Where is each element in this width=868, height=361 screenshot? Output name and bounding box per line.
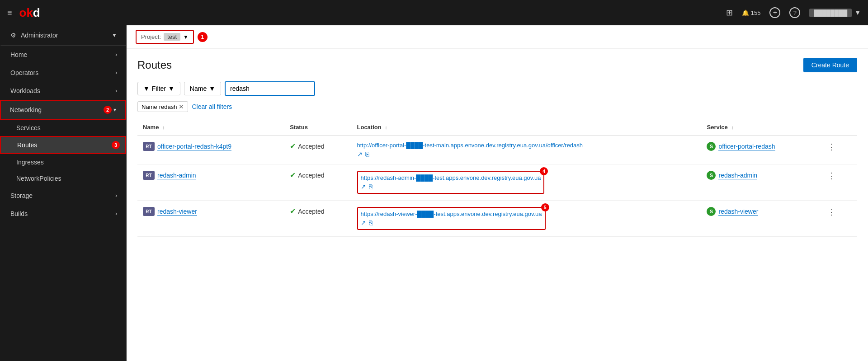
networking-caret-icon: ▾ <box>113 107 116 113</box>
sidebar-admin-selector[interactable]: ⚙ Administrator ▼ <box>0 25 126 46</box>
sort-location-icon: ↕ <box>385 125 387 130</box>
remove-filter-icon[interactable]: ✕ <box>179 103 184 110</box>
help-icon[interactable]: ? <box>789 7 800 18</box>
sidebar-subitem-ingresses[interactable]: Ingresses <box>0 154 126 170</box>
status-label-3: Accepted <box>298 208 324 215</box>
sidebar-subitem-services[interactable]: Services <box>0 120 126 136</box>
row1-name-cell: RT officer-portal-redash-k4pt9 <box>137 136 284 164</box>
service-link-3[interactable]: redash-viewer <box>718 208 758 216</box>
col-name[interactable]: Name ↕ <box>137 119 284 136</box>
status-accepted-2: ✔ Accepted <box>290 171 346 179</box>
copy-icon-2[interactable]: ⎘ <box>369 183 373 190</box>
external-link-icon-2[interactable]: ↗ <box>361 183 366 190</box>
sort-name-icon: ↕ <box>162 125 165 130</box>
location-url-1: http://officer-portal-████-test-main.app… <box>357 142 696 149</box>
logo-ok: ok <box>19 6 33 20</box>
external-link-icon-3[interactable]: ↗ <box>361 219 366 226</box>
status-label-2: Accepted <box>298 172 324 179</box>
apps-grid-icon[interactable]: ⊞ <box>726 8 733 18</box>
okd-logo: ok d <box>19 6 40 20</box>
service-badge-1: S <box>707 142 716 151</box>
sidebar-item-storage[interactable]: Storage › <box>0 187 126 205</box>
builds-label: Builds <box>10 210 28 217</box>
navbar-left: ≡ ok d <box>7 6 40 20</box>
table-row: RT officer-portal-redash-k4pt9 ✔ Accepte… <box>137 136 857 164</box>
service-link-1[interactable]: officer-portal-redash <box>718 143 775 150</box>
storage-label: Storage <box>10 192 33 199</box>
ingresses-label: Ingresses <box>16 159 44 166</box>
main-content: Project: test ▼ 1 Routes Create Route ▼ … <box>127 25 868 361</box>
clear-all-filters-link[interactable]: Clear all filters <box>192 103 232 110</box>
col-status: Status <box>284 119 351 136</box>
service-cell-1: S officer-portal-redash <box>707 142 813 151</box>
row1-location-cell: http://officer-portal-████-test-main.app… <box>352 136 702 164</box>
routes-label: Routes <box>17 141 37 149</box>
col-service[interactable]: Service ↕ <box>701 119 818 136</box>
col-name-label: Name <box>143 124 159 131</box>
col-location[interactable]: Location ↕ <box>352 119 702 136</box>
row3-menu-cell: ⋮ <box>818 201 857 237</box>
filter-tag-key: Name <box>142 103 157 110</box>
table-header: Name ↕ Status Location ↕ Service ↕ <box>137 119 857 136</box>
active-filter-tag: Name redash ✕ <box>137 101 188 112</box>
row-menu-1[interactable]: ⋮ <box>824 142 839 151</box>
builds-caret-icon: › <box>115 211 117 217</box>
networkpolicies-label: NetworkPolicies <box>16 175 61 182</box>
sidebar-item-workloads[interactable]: Workloads › <box>0 82 126 100</box>
row3-location-cell: https://redash-viewer-████-test.apps.env… <box>352 201 702 237</box>
user-menu[interactable]: ████████ ▼ <box>809 9 861 17</box>
name-filter-caret-icon: ▼ <box>209 85 215 92</box>
route-link-3[interactable]: redash-viewer <box>157 208 197 216</box>
active-filters-row: Name redash ✕ Clear all filters <box>137 101 857 112</box>
filter-caret-icon: ▼ <box>168 85 175 92</box>
services-label: Services <box>16 124 41 131</box>
name-filter-label: Name <box>190 85 207 92</box>
navbar-right: ⊞ 🔔 155 + ? ████████ ▼ <box>726 7 861 18</box>
route-link-1[interactable]: officer-portal-redash-k4pt9 <box>157 143 231 150</box>
user-caret-icon: ▼ <box>854 9 861 16</box>
networking-label: Networking <box>10 106 42 113</box>
project-value: test <box>164 33 180 41</box>
sidebar-subitem-networkpolicies[interactable]: NetworkPolicies <box>0 170 126 187</box>
bell-notifications[interactable]: 🔔 155 <box>742 9 760 16</box>
name-filter-select[interactable]: Name ▼ <box>184 82 221 95</box>
external-link-icon-1[interactable]: ↗ <box>357 150 363 158</box>
sidebar-item-networking[interactable]: Networking ▾ 2 <box>0 100 126 120</box>
search-input[interactable] <box>225 81 315 96</box>
project-caret-icon: ▼ <box>183 34 189 40</box>
main-layout: ⚙ Administrator ▼ Home › Operators › Wor… <box>0 25 868 361</box>
filter-label: Filter <box>152 85 166 92</box>
sidebar-item-operators[interactable]: Operators › <box>0 64 126 82</box>
sidebar-item-builds[interactable]: Builds › <box>0 205 126 223</box>
service-cell-2: S redash-admin <box>707 171 813 180</box>
status-label-1: Accepted <box>298 143 324 150</box>
add-icon[interactable]: + <box>769 7 780 18</box>
sidebar-item-home[interactable]: Home › <box>0 46 126 64</box>
copy-icon-1[interactable]: ⎘ <box>365 150 369 158</box>
row-menu-3[interactable]: ⋮ <box>824 207 839 216</box>
row2-service-cell: S redash-admin <box>701 164 818 201</box>
page-header: Routes Create Route <box>137 58 857 72</box>
filter-button[interactable]: ▼ Filter ▼ <box>137 82 180 95</box>
logo-d: d <box>33 6 40 20</box>
sidebar-subitem-routes[interactable]: Routes 3 <box>0 136 126 154</box>
create-route-button[interactable]: Create Route <box>803 58 857 72</box>
hamburger-icon[interactable]: ≡ <box>7 8 12 18</box>
col-actions <box>818 119 857 136</box>
filter-funnel-icon: ▼ <box>143 85 150 92</box>
route-link-2[interactable]: redash-admin <box>157 172 196 179</box>
service-badge-2: S <box>707 171 716 180</box>
service-link-2[interactable]: redash-admin <box>718 172 757 179</box>
row2-location-cell: https://redash-admin-████-test.apps.envo… <box>352 164 702 201</box>
row-menu-2[interactable]: ⋮ <box>824 171 839 180</box>
rt-badge-2: RT <box>143 171 155 180</box>
workloads-label: Workloads <box>10 87 40 94</box>
table-row: RT redash-admin ✔ Accepted <box>137 164 857 201</box>
check-icon-2: ✔ <box>290 171 296 179</box>
page-title: Routes <box>137 59 172 71</box>
col-service-label: Service <box>707 124 727 131</box>
project-label: Project: <box>141 33 161 40</box>
route-name-cell-3: RT redash-viewer <box>143 207 279 216</box>
project-selector[interactable]: Project: test ▼ <box>136 30 194 44</box>
copy-icon-3[interactable]: ⎘ <box>369 219 373 226</box>
